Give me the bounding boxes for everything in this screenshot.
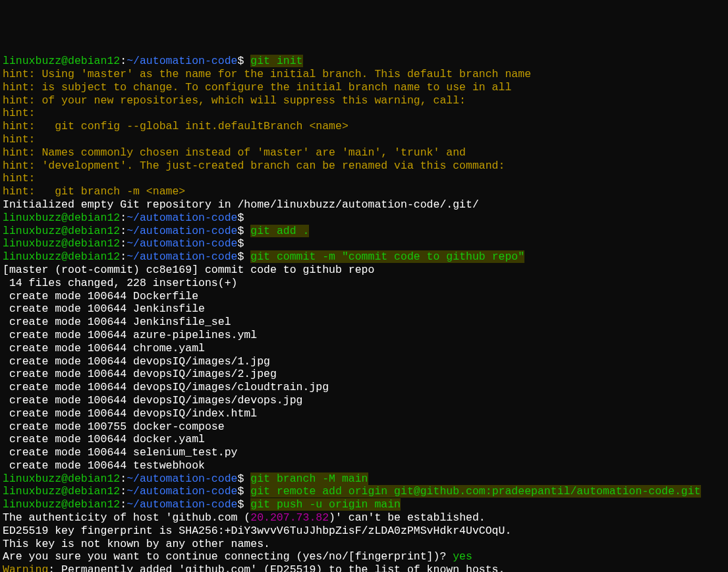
commit-stats: 14 files changed, 228 insertions(+) <box>3 277 725 290</box>
hint-line: hint: <box>3 172 725 185</box>
prompt-line: linuxbuzz@debian12:~/automation-code$ gi… <box>3 485 725 498</box>
prompt-line: linuxbuzz@debian12:~/automation-code$ gi… <box>3 498 725 511</box>
terminal-output[interactable]: linuxbuzz@debian12:~/automation-code$ gi… <box>3 55 725 572</box>
prompt-line: linuxbuzz@debian12:~/automation-code$ gi… <box>3 472 725 486</box>
prompt-user: linuxbuzz@debian12 <box>3 55 120 67</box>
create-file: create mode 100644 azure-pipelines.yml <box>3 329 725 342</box>
prompt-line: linuxbuzz@debian12:~/automation-code$ gi… <box>3 250 725 264</box>
cmd-git-push: git push -u origin main <box>250 498 401 511</box>
prompt-line: linuxbuzz@debian12:~/automation-code$ <box>3 237 725 250</box>
create-file: create mode 100644 Dockerfile <box>3 290 725 303</box>
hint-line: hint: Using 'master' as the name for the… <box>3 68 725 81</box>
ssh-warning-line: Warning: Permanently added 'github.com' … <box>3 563 725 572</box>
commit-header: [master (root-commit) cc8e169] commit co… <box>3 264 725 277</box>
create-file: create mode 100644 testwebhook <box>3 459 725 472</box>
ssh-unknown: This key is not known by any other names… <box>3 538 725 551</box>
create-file: create mode 100644 Jenkinsfile <box>3 302 725 316</box>
create-file: create mode 100644 docker.yaml <box>3 433 725 446</box>
hint-line: hint: git branch -m <name> <box>3 185 725 198</box>
prompt-line: linuxbuzz@debian12:~/automation-code$ <box>3 212 725 225</box>
cmd-git-commit: git commit -m "commit code to github rep… <box>250 250 524 263</box>
cmd-git-add: git add . <box>250 225 309 237</box>
hint-line: hint: is subject to change. To configure… <box>3 81 725 94</box>
create-file: create mode 100644 devopsIQ/index.html <box>3 407 725 420</box>
create-file: create mode 100644 Jenkinsfile_sel <box>3 316 725 329</box>
hint-line: hint: <box>3 133 725 146</box>
hint-line: hint: of your new repositories, which wi… <box>3 94 725 107</box>
hint-line: hint: Names commonly chosen instead of '… <box>3 146 725 159</box>
hint-line: hint: 'development'. The just-created br… <box>3 159 725 173</box>
ip-address: 20.207.73.82 <box>250 511 329 524</box>
warning-label: Warning <box>3 563 48 572</box>
prompt-line: linuxbuzz@debian12:~/automation-code$ gi… <box>3 225 725 238</box>
cmd-git-branch: git branch -M main <box>250 472 368 485</box>
cmd-git-init: git init <box>250 55 302 67</box>
create-file: create mode 100644 selenium_test.py <box>3 446 725 459</box>
hint-line: hint: <box>3 107 725 120</box>
ssh-auth-line: The authenticity of host 'github.com (20… <box>3 511 725 525</box>
ssh-fingerprint: ED25519 key fingerprint is SHA256:+DiY3w… <box>3 525 725 538</box>
cmd-git-remote: git remote add origin git@github.com:pra… <box>250 485 700 498</box>
create-file: create mode 100644 devopsIQ/images/2.jpe… <box>3 368 725 381</box>
create-file: create mode 100644 devopsIQ/images/cloud… <box>3 381 725 394</box>
create-file: create mode 100644 devopsIQ/images/devop… <box>3 394 725 407</box>
create-file: create mode 100644 chrome.yaml <box>3 342 725 355</box>
create-file: create mode 100755 docker-compose <box>3 420 725 434</box>
hint-line: hint: git config --global init.defaultBr… <box>3 120 725 133</box>
ssh-yes-input[interactable]: yes <box>453 550 472 563</box>
ssh-question-line: Are you sure you want to continue connec… <box>3 550 725 563</box>
prompt-line: linuxbuzz@debian12:~/automation-code$ gi… <box>3 55 725 68</box>
init-message: Initialized empty Git repository in /hom… <box>3 198 725 212</box>
prompt-path: ~/automation-code <box>126 55 237 67</box>
create-file: create mode 100644 devopsIQ/images/1.jpg <box>3 355 725 368</box>
